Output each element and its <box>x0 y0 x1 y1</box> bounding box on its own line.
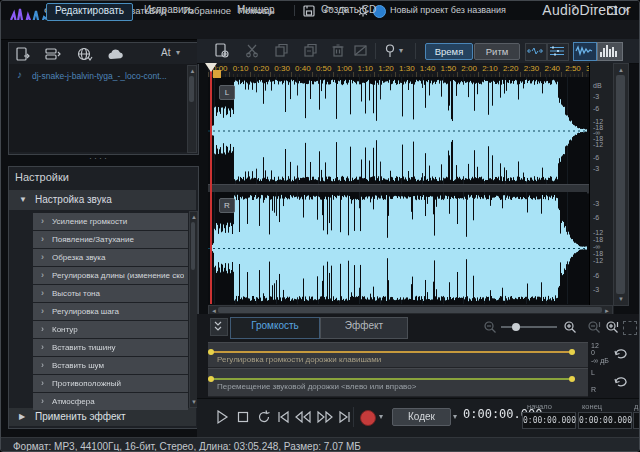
marker-icon[interactable] <box>383 43 397 59</box>
scroll-up-icon[interactable]: ▲ <box>190 68 196 74</box>
end-field[interactable]: 0:00:00.000 <box>578 412 632 429</box>
zoom-in-horizontal-icon[interactable] <box>563 320 577 334</box>
settings-item[interactable]: ›Высоты тона <box>33 285 188 302</box>
scroll-up-icon[interactable]: ▲ <box>191 214 197 220</box>
settings-item[interactable]: ›Регулировка шага <box>33 303 188 320</box>
file-settings-icon[interactable] <box>214 43 230 59</box>
duration-field[interactable]: 0 <box>633 412 640 429</box>
cut-icon[interactable] <box>245 43 260 58</box>
chevron-right-icon: › <box>41 252 44 262</box>
pan-envelope-point[interactable] <box>208 376 214 382</box>
rhythm-mode-button[interactable]: Ритм <box>474 43 520 60</box>
go-to-start-button[interactable] <box>275 408 291 426</box>
go-to-end-button[interactable] <box>337 408 353 426</box>
waveform-view-button[interactable] <box>573 42 597 61</box>
start-field[interactable]: 0:00:00.000 <box>522 412 576 429</box>
tab-edit[interactable]: Редактировать <box>46 3 133 21</box>
volume-envelope-point[interactable] <box>208 349 214 355</box>
scroll-right-icon[interactable]: ► <box>604 308 610 314</box>
rewind-button[interactable] <box>293 408 313 426</box>
fit-timeline-icon[interactable] <box>525 43 547 61</box>
waveform-right-channel[interactable] <box>208 192 587 304</box>
waveform-left-channel[interactable] <box>208 77 587 184</box>
sort-button[interactable]: At <box>161 47 170 58</box>
settings-item[interactable]: ›Контур <box>33 321 188 338</box>
library-scrollbar[interactable]: ▲ <box>187 65 197 153</box>
db-label: -6 <box>593 214 599 221</box>
record-button[interactable] <box>360 410 376 426</box>
pan-envelope-label: Перемещение звуковой дорожки <влево или … <box>217 382 416 391</box>
tracks-view-icon[interactable] <box>547 43 569 61</box>
zoom-in-vertical-icon[interactable] <box>605 320 619 334</box>
zoom-slider-handle[interactable] <box>512 323 520 331</box>
left-channel-badge[interactable]: L <box>219 85 235 100</box>
reset-volume-envelope-button[interactable] <box>613 345 629 359</box>
settings-item-label: Противоположный <box>52 379 184 388</box>
settings-item[interactable]: ›Противоположный <box>33 375 188 392</box>
volume-envelope-point[interactable] <box>569 349 575 355</box>
import-file-icon[interactable] <box>15 47 31 62</box>
stop-button[interactable] <box>234 408 252 426</box>
play-button[interactable] <box>213 408 231 426</box>
copy-icon[interactable] <box>274 43 289 58</box>
settings-item[interactable]: ›Обрезка звука <box>33 249 188 266</box>
marker-caret-icon[interactable]: ▾ <box>399 46 403 55</box>
settings-item[interactable]: ›Вставить тишину <box>33 339 188 356</box>
settings-item[interactable]: ›Появление/Затухание <box>33 231 188 248</box>
spectrum-view-button[interactable] <box>597 42 623 61</box>
sort-caret-icon[interactable]: ▾ <box>176 48 180 57</box>
tab-create-cd[interactable]: Создать CD <box>313 3 384 19</box>
library-item[interactable]: ♪ dj-snake-j-balvin-tyga_-_loco-cont... <box>10 68 186 84</box>
settings-scroll-thumb[interactable] <box>191 222 195 270</box>
settings-item[interactable]: ›Вставить шум <box>33 357 188 374</box>
download-media-icon[interactable] <box>77 47 93 62</box>
start-field-label: начало <box>527 402 552 411</box>
region-start-marker[interactable] <box>213 70 221 78</box>
scroll-left-icon[interactable]: ◄ <box>211 308 217 314</box>
vertical-scrollbar[interactable]: ▲ ▼ <box>613 63 629 306</box>
settings-item[interactable]: ›Регулировка длины (изменение скорости) <box>33 267 188 284</box>
import-folder-icon[interactable] <box>45 47 62 62</box>
tab-restore[interactable]: Исправить <box>136 3 201 19</box>
right-channel-badge[interactable]: R <box>219 198 235 213</box>
settings-section-header[interactable]: ▼ Настройка звука <box>9 190 196 210</box>
codec-button[interactable]: Кодек <box>392 408 451 426</box>
fit-view-icon[interactable] <box>623 321 637 335</box>
hscroll-thumb[interactable] <box>218 307 602 313</box>
transport-divider <box>353 407 354 427</box>
delete-icon[interactable] <box>331 43 345 58</box>
time-mode-button[interactable]: Время <box>425 43 473 60</box>
paste-icon[interactable] <box>303 43 318 58</box>
zoom-out-horizontal-icon[interactable] <box>483 320 497 334</box>
panel-splitter[interactable]: ···· <box>89 157 115 161</box>
reset-pan-envelope-button[interactable] <box>613 373 629 387</box>
fast-forward-button[interactable] <box>315 408 335 426</box>
settings-item[interactable]: ›Атмосфера <box>33 393 188 410</box>
pan-envelope-point[interactable] <box>569 376 575 382</box>
tab-volume[interactable]: Громкость <box>230 317 320 339</box>
trim-icon[interactable] <box>353 43 368 58</box>
scroll-up-icon[interactable]: ▲ <box>618 67 624 73</box>
settings-item-label: Высоты тона <box>52 289 184 298</box>
playhead-line[interactable] <box>210 63 212 304</box>
zoom-out-vertical-icon[interactable] <box>587 320 601 334</box>
settings-item-label: Вставить тишину <box>52 343 184 352</box>
tab-mixer[interactable]: Микшер <box>229 3 282 19</box>
record-caret-icon[interactable]: ▾ <box>379 412 383 421</box>
scroll-down-icon[interactable]: ▼ <box>618 296 624 302</box>
scale-label: 12 <box>591 342 599 349</box>
volume-envelope-line[interactable] <box>211 351 573 353</box>
collapse-panel-button[interactable] <box>210 318 228 336</box>
cloud-icon[interactable] <box>107 48 125 61</box>
zoom-slider[interactable] <box>501 326 557 328</box>
library-scroll-thumb[interactable] <box>189 76 194 102</box>
loop-button[interactable] <box>255 408 273 426</box>
db-label: -3 <box>593 200 599 207</box>
timeline-ruler[interactable]: 0:000:100:200:300:400:501:001:101:201:30… <box>208 63 589 77</box>
settings-item[interactable]: ›Усиление громкости <box>33 213 188 230</box>
apply-effect-header[interactable]: ▶ Применить эффект <box>9 408 196 426</box>
pan-envelope-line[interactable] <box>211 378 573 380</box>
tab-effect[interactable]: Эффект <box>320 317 408 339</box>
codec-caret-icon[interactable]: ▾ <box>453 412 457 421</box>
vscroll-thumb[interactable] <box>616 75 625 294</box>
